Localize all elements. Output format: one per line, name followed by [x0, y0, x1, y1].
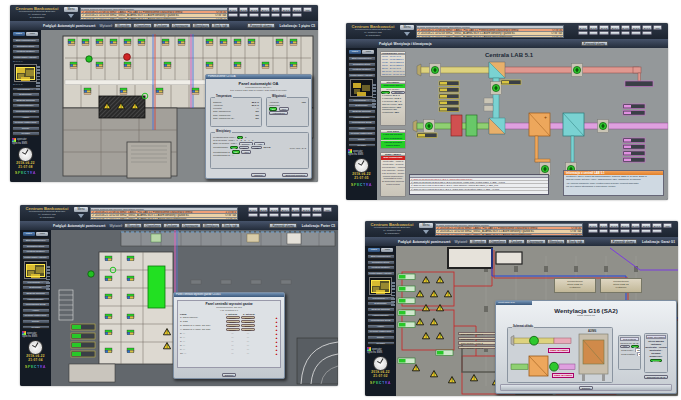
filter-button[interactable]: Zasilanie [163, 223, 179, 228]
ventilation-dialog[interactable]: Wentylacja G16 Wentylacja G16 (SA2) Gara… [495, 300, 677, 394]
list-button[interactable]: Lista [362, 50, 374, 54]
zone-button[interactable]: WW [653, 25, 663, 30]
zone-button[interactable]: SA0.8 [269, 213, 279, 218]
zone-button[interactable]: SA0.5 [271, 7, 281, 12]
humidifier-on-button[interactable]: Zał [269, 107, 277, 110]
zone-button[interactable]: SA8.7 [292, 13, 302, 18]
filter-button[interactable]: Zasilanie [508, 239, 524, 244]
zone-button[interactable]: SA0.7 [599, 229, 609, 234]
sidebar-button[interactable]: Kontrola dostępu [367, 265, 395, 270]
sidebar-button[interactable]: Charakterystyka [367, 260, 395, 265]
list-button[interactable]: Lista [36, 232, 48, 236]
floor-plan-view[interactable]: ! [41, 30, 318, 182]
zone-button[interactable]: SA2.7 [281, 13, 291, 18]
menu-button[interactable]: Menu [74, 207, 88, 212]
chevron-down-icon[interactable] [423, 230, 429, 234]
menu-button[interactable]: Menu [400, 25, 414, 30]
alarm-row[interactable]: ✔ 2018-06-21 14:02:12 WE02_GW01_ALARM1 B… [91, 217, 237, 220]
sidebar-button[interactable]: Charakterystyka [22, 244, 50, 249]
zone-button[interactable]: SA8.7 [642, 31, 652, 36]
gas-panel-dialog[interactable]: Panel centralki wyrzutni gazów C5-001 Pa… [173, 292, 285, 379]
dialog-titlebar[interactable]: Pomieszczenie C5 01/A [206, 75, 311, 79]
filter-button[interactable]: Ogrzewanie [181, 223, 201, 228]
filter-button[interactable]: Oświetlenie [488, 239, 507, 244]
zone-button[interactable]: SA5.7 [641, 223, 651, 228]
zone-button[interactable]: SA0.9 [620, 229, 630, 234]
zone-button[interactable]: SA0.1 [248, 207, 258, 212]
scheme-link-button[interactable]: Schemat G1 (SA2) [644, 375, 668, 379]
filter-button[interactable]: Ogrzewanie [171, 23, 191, 28]
zone-button[interactable]: SA0.8 [249, 13, 259, 18]
menu-button[interactable]: Menu [419, 223, 433, 228]
zone-button[interactable]: SA1.7 [291, 213, 301, 218]
ack-alarms-button[interactable]: Potwierdź alarmy [269, 223, 296, 228]
zone-button[interactable]: SA0.3 [249, 7, 259, 12]
sidebar-button[interactable]: Stan pomieszczeń [367, 254, 395, 259]
chevron-down-icon[interactable] [404, 32, 410, 36]
zone-button[interactable]: WW [663, 223, 673, 228]
ack-alarms-button[interactable]: Potwierdź alarmy [581, 41, 608, 46]
filter-button[interactable]: Wszystkie [114, 23, 132, 28]
zone-button[interactable]: SA0.6 [248, 213, 258, 218]
filter-button[interactable]: Ogrzewanie [526, 239, 546, 244]
zone-button[interactable]: SA0.5 [631, 223, 641, 228]
zone-button[interactable]: SA0.3 [599, 25, 609, 30]
zone-button[interactable]: SA2.7 [631, 31, 641, 36]
zone-button[interactable]: SA0.7 [239, 13, 249, 18]
off-button[interactable]: Wył [241, 150, 251, 154]
ack-alarms-button[interactable]: Potwierdź alarmy [247, 23, 274, 28]
zone-button[interactable]: SA0.2 [259, 207, 269, 212]
zone-button[interactable]: SA0.9 [610, 31, 620, 36]
floor-selector[interactable] [390, 282, 395, 348]
sidebar-button[interactable]: Stan pomieszczeń [22, 238, 50, 243]
floor-minimap[interactable] [24, 261, 47, 279]
zone-button[interactable]: SA1.7 [621, 31, 631, 36]
event-row[interactable]: ✔ 2018-06-21 14:02:12 OTW 20 LAB 5.1 Awa… [410, 188, 548, 191]
filter-button[interactable]: Oświetlenie [133, 23, 152, 28]
zone-button[interactable]: SA0.4 [280, 207, 290, 212]
zone-button[interactable]: SA5.7 [281, 7, 291, 12]
zone-button[interactable]: SA1.7 [631, 229, 641, 234]
alarm-row[interactable]: ✔ 2018-06-21 14:02:12 WE02_GW01_ALARM1 B… [81, 17, 227, 20]
sidebar-button[interactable]: Kontrola dostępu [12, 49, 40, 54]
zone-button[interactable]: SA0.5 [291, 207, 301, 212]
section-on-button[interactable]: Zał [230, 146, 238, 149]
filter-button[interactable]: Strefy, tryb [221, 223, 239, 228]
filter-button[interactable]: Strefy, tryb [566, 239, 584, 244]
map-button[interactable]: Mapa [349, 50, 361, 54]
section-auto-button[interactable]: Auto [251, 146, 262, 150]
filter-button[interactable]: Wentylacja [202, 223, 221, 228]
zone-button[interactable]: SA0.9 [280, 213, 290, 218]
on-button[interactable]: Zał [232, 150, 240, 153]
zone-button[interactable]: SA0.6 [588, 229, 598, 234]
filter-button[interactable]: Wszystkie [124, 223, 142, 228]
zone-button[interactable]: SA0.7 [259, 213, 269, 218]
zone-button[interactable]: SA6.7 [652, 223, 662, 228]
enable-button[interactable]: Załącz [650, 359, 662, 362]
sidebar-button[interactable]: Wyloguj [12, 131, 40, 136]
sidebar-button[interactable]: Piętra widok i raporty [367, 271, 395, 276]
zone-button[interactable]: SA0.8 [599, 31, 609, 36]
zone-button[interactable]: SA0.6 [578, 31, 588, 36]
close-button[interactable]: Zamknij [222, 373, 236, 377]
manual-button[interactable]: Ręczny [239, 142, 253, 145]
filter-button[interactable]: Wentylacja [547, 239, 566, 244]
alarm-row[interactable]: ✔ 2018-06-21 14:02:12 WE02_GW01_ALARM1 B… [436, 233, 582, 236]
list-button[interactable]: Lista [381, 248, 393, 252]
floor-selector[interactable] [45, 266, 50, 332]
zone-button[interactable]: SA0.9 [260, 13, 270, 18]
floor-minimap[interactable] [369, 277, 392, 295]
alarm-table[interactable]: Lp Data Godzina Tag zmiennej Opis Status… [80, 7, 228, 20]
zone-button[interactable]: SA6.7 [642, 25, 652, 30]
chevron-down-icon[interactable] [78, 214, 84, 218]
zone-button[interactable]: SA5.7 [301, 207, 311, 212]
alarm-table[interactable]: Lp Data Godzina Tag zmiennej Opis Status… [416, 25, 564, 38]
sidebar-button[interactable]: Kontrola dostępu [348, 67, 376, 72]
sidebar-button[interactable]: Charakterystyka [348, 62, 376, 67]
zone-button[interactable]: SA0.8 [609, 229, 619, 234]
close-button[interactable]: Zamknij [251, 173, 265, 177]
zone-button[interactable]: SA0.4 [260, 7, 270, 12]
zone-button[interactable]: WW [303, 7, 313, 12]
zone-button[interactable]: SA1.7 [271, 13, 281, 18]
sidebar-button[interactable]: Charakterystyka [12, 44, 40, 49]
